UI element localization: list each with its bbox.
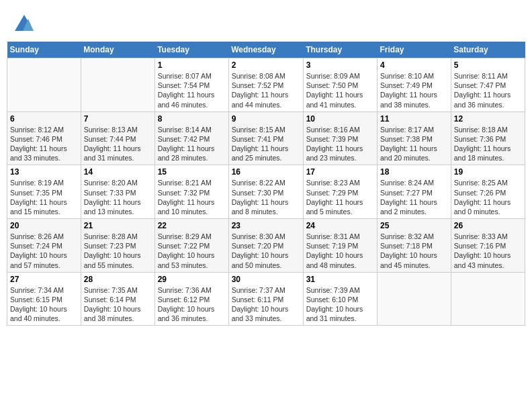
day-content: Sunrise: 8:22 AM Sunset: 7:30 PM Dayligh… xyxy=(232,178,300,216)
calendar-cell: 12Sunrise: 8:18 AM Sunset: 7:36 PM Dayli… xyxy=(451,111,525,165)
day-number: 3 xyxy=(306,60,374,70)
calendar-week-row: 6Sunrise: 8:12 AM Sunset: 7:46 PM Daylig… xyxy=(7,111,525,165)
day-content: Sunrise: 8:28 AM Sunset: 7:23 PM Dayligh… xyxy=(84,232,152,270)
day-number: 25 xyxy=(380,221,448,230)
day-number: 28 xyxy=(84,275,152,284)
calendar-cell: 27Sunrise: 7:34 AM Sunset: 6:15 PM Dayli… xyxy=(7,272,81,326)
day-content: Sunrise: 8:30 AM Sunset: 7:20 PM Dayligh… xyxy=(232,232,300,270)
calendar-cell: 2Sunrise: 8:08 AM Sunset: 7:52 PM Daylig… xyxy=(228,58,303,112)
calendar-cell: 7Sunrise: 8:13 AM Sunset: 7:44 PM Daylig… xyxy=(81,111,154,165)
day-number: 9 xyxy=(232,114,300,124)
logo-icon xyxy=(13,12,35,34)
day-number: 17 xyxy=(306,167,374,177)
day-number: 20 xyxy=(10,221,78,230)
calendar-cell: 4Sunrise: 8:10 AM Sunset: 7:49 PM Daylig… xyxy=(378,58,451,112)
calendar-cell: 20Sunrise: 8:26 AM Sunset: 7:24 PM Dayli… xyxy=(7,219,81,273)
day-content: Sunrise: 8:24 AM Sunset: 7:27 PM Dayligh… xyxy=(380,178,448,216)
day-content: Sunrise: 7:34 AM Sunset: 6:15 PM Dayligh… xyxy=(10,285,78,324)
calendar-week-row: 13Sunrise: 8:19 AM Sunset: 7:35 PM Dayli… xyxy=(7,165,525,219)
calendar-cell: 15Sunrise: 8:21 AM Sunset: 7:32 PM Dayli… xyxy=(154,165,228,219)
day-number: 12 xyxy=(454,114,522,124)
logo xyxy=(13,12,38,34)
day-content: Sunrise: 8:10 AM Sunset: 7:49 PM Dayligh… xyxy=(380,71,448,109)
calendar-cell: 25Sunrise: 8:32 AM Sunset: 7:18 PM Dayli… xyxy=(378,219,451,273)
calendar-cell: 24Sunrise: 8:31 AM Sunset: 7:19 PM Dayli… xyxy=(303,219,377,273)
day-number: 18 xyxy=(380,167,448,177)
day-content: Sunrise: 8:14 AM Sunset: 7:42 PM Dayligh… xyxy=(158,125,226,163)
calendar-cell: 9Sunrise: 8:15 AM Sunset: 7:41 PM Daylig… xyxy=(228,111,303,165)
day-number: 6 xyxy=(10,114,78,124)
day-content: Sunrise: 7:39 AM Sunset: 6:10 PM Dayligh… xyxy=(306,285,374,324)
day-number: 14 xyxy=(84,167,152,177)
day-number: 1 xyxy=(158,60,226,70)
day-content: Sunrise: 8:32 AM Sunset: 7:18 PM Dayligh… xyxy=(380,232,448,270)
day-content: Sunrise: 8:29 AM Sunset: 7:22 PM Dayligh… xyxy=(158,232,226,270)
day-header: Saturday xyxy=(451,42,525,58)
day-number: 19 xyxy=(454,167,522,177)
day-number: 7 xyxy=(84,114,152,124)
calendar-cell xyxy=(378,272,451,326)
calendar-cell: 8Sunrise: 8:14 AM Sunset: 7:42 PM Daylig… xyxy=(154,111,228,165)
calendar-header-row: SundayMondayTuesdayWednesdayThursdayFrid… xyxy=(7,42,525,58)
day-number: 22 xyxy=(158,221,226,230)
day-header: Tuesday xyxy=(154,42,228,58)
day-content: Sunrise: 8:09 AM Sunset: 7:50 PM Dayligh… xyxy=(306,71,374,109)
day-content: Sunrise: 8:31 AM Sunset: 7:19 PM Dayligh… xyxy=(306,232,374,270)
calendar-cell xyxy=(7,58,81,112)
calendar-cell: 5Sunrise: 8:11 AM Sunset: 7:47 PM Daylig… xyxy=(451,58,525,112)
day-number: 13 xyxy=(10,167,78,177)
day-number: 2 xyxy=(232,60,300,70)
day-number: 4 xyxy=(380,60,448,70)
calendar-cell: 30Sunrise: 7:37 AM Sunset: 6:11 PM Dayli… xyxy=(228,272,303,326)
day-header: Wednesday xyxy=(228,42,303,58)
day-content: Sunrise: 8:19 AM Sunset: 7:35 PM Dayligh… xyxy=(10,178,78,216)
day-number: 30 xyxy=(232,275,300,284)
day-number: 15 xyxy=(158,167,226,177)
day-number: 23 xyxy=(232,221,300,230)
calendar-week-row: 20Sunrise: 8:26 AM Sunset: 7:24 PM Dayli… xyxy=(7,219,525,273)
day-content: Sunrise: 8:18 AM Sunset: 7:36 PM Dayligh… xyxy=(454,125,522,163)
day-header: Monday xyxy=(81,42,154,58)
calendar-cell: 11Sunrise: 8:17 AM Sunset: 7:38 PM Dayli… xyxy=(378,111,451,165)
day-header: Thursday xyxy=(303,42,377,58)
day-number: 27 xyxy=(10,275,78,284)
day-header: Sunday xyxy=(7,42,81,58)
calendar-cell: 31Sunrise: 7:39 AM Sunset: 6:10 PM Dayli… xyxy=(303,272,377,326)
calendar-cell xyxy=(451,272,525,326)
calendar-cell: 1Sunrise: 8:07 AM Sunset: 7:54 PM Daylig… xyxy=(154,58,228,112)
day-content: Sunrise: 8:12 AM Sunset: 7:46 PM Dayligh… xyxy=(10,125,78,163)
day-number: 31 xyxy=(306,275,374,284)
calendar-cell: 21Sunrise: 8:28 AM Sunset: 7:23 PM Dayli… xyxy=(81,219,154,273)
day-number: 10 xyxy=(306,114,374,124)
day-header: Friday xyxy=(378,42,451,58)
day-content: Sunrise: 7:35 AM Sunset: 6:14 PM Dayligh… xyxy=(84,285,152,324)
day-content: Sunrise: 8:15 AM Sunset: 7:41 PM Dayligh… xyxy=(232,125,300,163)
calendar-table: SundayMondayTuesdayWednesdayThursdayFrid… xyxy=(7,42,525,326)
day-number: 16 xyxy=(232,167,300,177)
day-content: Sunrise: 8:16 AM Sunset: 7:39 PM Dayligh… xyxy=(306,125,374,163)
day-content: Sunrise: 7:37 AM Sunset: 6:11 PM Dayligh… xyxy=(232,285,300,324)
day-content: Sunrise: 8:21 AM Sunset: 7:32 PM Dayligh… xyxy=(158,178,226,216)
calendar-cell: 10Sunrise: 8:16 AM Sunset: 7:39 PM Dayli… xyxy=(303,111,377,165)
day-content: Sunrise: 8:17 AM Sunset: 7:38 PM Dayligh… xyxy=(380,125,448,163)
day-number: 8 xyxy=(158,114,226,124)
calendar-cell: 6Sunrise: 8:12 AM Sunset: 7:46 PM Daylig… xyxy=(7,111,81,165)
day-number: 24 xyxy=(306,221,374,230)
calendar-cell: 22Sunrise: 8:29 AM Sunset: 7:22 PM Dayli… xyxy=(154,219,228,273)
day-content: Sunrise: 8:33 AM Sunset: 7:16 PM Dayligh… xyxy=(454,232,522,270)
calendar-cell: 19Sunrise: 8:25 AM Sunset: 7:26 PM Dayli… xyxy=(451,165,525,219)
calendar-cell: 18Sunrise: 8:24 AM Sunset: 7:27 PM Dayli… xyxy=(378,165,451,219)
calendar-cell: 13Sunrise: 8:19 AM Sunset: 7:35 PM Dayli… xyxy=(7,165,81,219)
calendar-cell: 17Sunrise: 8:23 AM Sunset: 7:29 PM Dayli… xyxy=(303,165,377,219)
day-content: Sunrise: 8:08 AM Sunset: 7:52 PM Dayligh… xyxy=(232,71,300,109)
calendar-cell: 14Sunrise: 8:20 AM Sunset: 7:33 PM Dayli… xyxy=(81,165,154,219)
day-content: Sunrise: 8:23 AM Sunset: 7:29 PM Dayligh… xyxy=(306,178,374,216)
day-content: Sunrise: 8:11 AM Sunset: 7:47 PM Dayligh… xyxy=(454,71,522,109)
calendar-cell: 28Sunrise: 7:35 AM Sunset: 6:14 PM Dayli… xyxy=(81,272,154,326)
day-content: Sunrise: 8:13 AM Sunset: 7:44 PM Dayligh… xyxy=(84,125,152,163)
day-content: Sunrise: 8:07 AM Sunset: 7:54 PM Dayligh… xyxy=(158,71,226,109)
day-number: 29 xyxy=(158,275,226,284)
day-number: 5 xyxy=(454,60,522,70)
day-content: Sunrise: 8:26 AM Sunset: 7:24 PM Dayligh… xyxy=(10,232,78,270)
calendar-week-row: 1Sunrise: 8:07 AM Sunset: 7:54 PM Daylig… xyxy=(7,58,525,112)
